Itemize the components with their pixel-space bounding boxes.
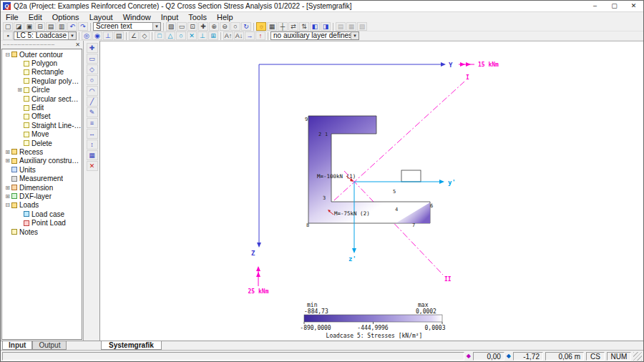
center-view-button[interactable]: ◎ [82,31,92,40]
tree-item[interactable]: Regular polygon [2,77,82,85]
snap-intersection-button[interactable]: ✕ [187,31,197,40]
tree-expander[interactable]: ⊞ [4,149,11,155]
select-tool-button[interactable]: ✚ [87,43,98,53]
menu-item[interactable]: Options [47,12,84,22]
dock-menu-button[interactable]: ▪ [3,31,13,40]
tree-expander[interactable]: ⊞ [4,185,11,191]
lamp-toggle-button[interactable]: ☼ [256,22,266,31]
select-page-button[interactable]: ▧ [166,22,176,31]
tree-expander[interactable]: ⊞ [4,157,11,164]
menu-item[interactable]: File [1,12,24,22]
screen-text-combobox[interactable]: Screen text ▼ [93,22,161,31]
chevron-down-icon[interactable]: ▼ [152,23,160,30]
zoom-extent-button[interactable]: ○ [230,22,240,31]
menu-item[interactable]: Tools [183,12,212,22]
tree-expander[interactable]: ⊞ [16,87,23,93]
snap-center-button[interactable]: ○ [176,31,186,40]
chart-left-button[interactable]: ◧ [310,22,320,31]
tree-item[interactable]: Rectangle [2,68,82,77]
tree-item[interactable]: ⊞ Auxiliary construction [2,157,82,165]
page-view-button[interactable]: ▭ [177,22,187,31]
move-tool-button[interactable]: ↔ [87,129,98,139]
window-resize-grip[interactable] [633,352,642,361]
crosshair-button[interactable]: ┼ [278,22,288,31]
arc-tool-button[interactable]: ◠ [87,86,98,96]
close-button[interactable]: ✕ [624,1,643,11]
system-graphic[interactable]: I II Y Z [100,41,644,343]
tree-expander[interactable]: ⊞ [4,193,11,200]
angle-button[interactable]: ∠ [129,31,139,40]
diamond-button[interactable]: ◇ [140,31,150,40]
menu-item[interactable]: Window [118,12,156,22]
redo-button[interactable]: ↷ [78,22,88,31]
zoom-window-button[interactable]: ⊡ [187,22,197,31]
tree-item[interactable]: Load case [2,210,82,218]
tree-item[interactable]: Measurement [2,174,82,182]
snap-endpoint-button[interactable]: □ [155,31,165,40]
undo-button[interactable]: ↶ [67,22,77,31]
maximize-button[interactable]: ▢ [605,1,624,11]
tree-item[interactable]: ⊞ Circle [2,86,82,94]
text-size-down-button[interactable]: A↓ [234,31,244,40]
sidebar-close-icon[interactable]: ✕ [74,41,81,48]
offset-tool-button[interactable]: ≡ [87,118,98,128]
minimize-button[interactable]: – [585,1,605,11]
tab-systemgrafik[interactable]: Systemgrafik [101,341,162,350]
snap-midpoint-button[interactable]: △ [165,31,175,40]
tree-item[interactable]: Units [2,165,82,174]
target-button[interactable]: ◉ [92,31,102,40]
arrow-right-button[interactable]: → [245,31,255,40]
chevron-down-icon[interactable]: ▼ [68,32,76,39]
print-preview-button[interactable]: ▥ [57,22,67,31]
point-load-2[interactable]: M=-75kN (2) [328,210,370,217]
graphic-canvas[interactable]: I II Y Z [99,41,643,341]
snap-grid-button[interactable]: ⊞ [208,31,218,40]
tree-item[interactable]: Polygon [2,59,82,67]
print-graphic-button[interactable]: ▤ [114,31,124,40]
save-button[interactable]: ▣ [24,22,34,31]
tree-item[interactable]: Offset [2,112,82,121]
loadcase-combobox[interactable]: LC 5: Loadcase 5 ▼ [14,31,77,40]
recess-rectangle[interactable] [401,170,421,182]
open-file-button[interactable]: ◪ [14,22,24,31]
edit-tool-button[interactable]: ✎ [87,107,98,117]
tree-item[interactable]: Point Load [2,218,82,227]
tree-item[interactable]: ⊞ Dimension [2,183,82,192]
auxiliary-layer-combobox[interactable]: no auxiliary layer defines ▼ [270,31,359,40]
save-all-button[interactable]: ⊟ [35,22,45,31]
text-size-up-button[interactable]: A↑ [223,31,233,40]
grid-button[interactable]: ▦ [267,22,277,31]
tree-expander[interactable]: ⊟ [4,202,11,208]
sidebar-tab[interactable]: Output [32,341,67,350]
tree-item[interactable]: ⊟ Outer contour [2,50,82,59]
snap-perpendicular-button[interactable]: ⊥ [197,31,208,40]
tree-item[interactable]: ⊞ DXF-layer [2,192,82,200]
layer-tool-button[interactable]: ▦ [87,150,98,160]
zoom-out-button[interactable]: ⊖ [220,22,230,31]
flip-vertical-button[interactable]: ⇅ [299,22,309,31]
redraw-button[interactable]: ↻ [241,22,251,31]
menu-item[interactable]: Layout [84,12,118,22]
circle-tool-button[interactable]: ○ [87,75,98,85]
sidebar-drag-grip[interactable]: ┄┄┄┄┄┄┄┄┄┄┄┄┄┄ [3,42,74,48]
tree-item[interactable]: Circular sector... [2,94,82,103]
tree-expander[interactable]: ⊟ [4,52,11,58]
tree-item[interactable]: Delete [2,139,82,147]
menu-item[interactable]: Input [156,12,183,22]
print-button[interactable]: ▤ [46,22,56,31]
tree-item[interactable]: Move [2,130,82,139]
tree-item[interactable]: ⊞ Recess [2,147,82,156]
zoom-in-button[interactable]: ⊕ [209,22,219,31]
sidebar-tab[interactable]: Input [2,341,32,350]
dimension-tool-button[interactable]: ↕ [87,140,98,150]
close-tool-button[interactable]: ✕ [87,161,98,171]
chevron-down-icon[interactable]: ▼ [351,32,358,39]
pan-button[interactable]: ✚ [198,22,208,31]
flip-horizontal-button[interactable]: ⇄ [288,22,298,31]
perpendicular-button[interactable]: ⊥ [103,31,113,40]
menu-item[interactable]: Help [212,12,238,22]
line-tool-button[interactable]: ╱ [87,97,98,107]
tree-item[interactable]: Edit [2,103,82,112]
arrow-up-button[interactable]: ↑ [255,31,265,40]
polygon-tool-button[interactable]: ◇ [87,64,98,74]
